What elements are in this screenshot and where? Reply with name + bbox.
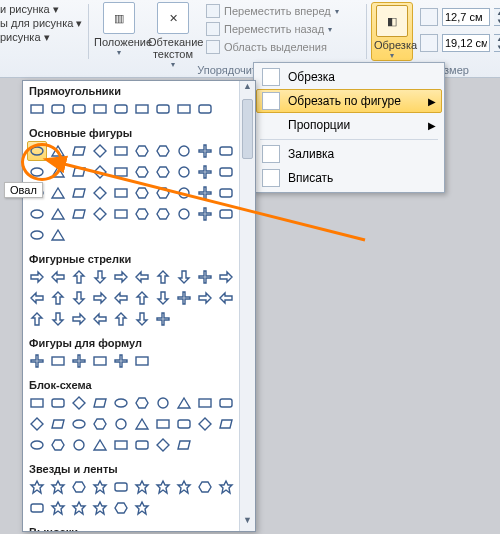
shape-basic-35[interactable] [132,204,152,224]
shape-arrows-9[interactable] [216,267,236,287]
shape-flow-19[interactable] [216,414,236,434]
shape-basic-8[interactable] [195,141,215,161]
shape-basic-40[interactable] [27,225,47,245]
shape-flow-14[interactable] [111,414,131,434]
shape-basic-29[interactable] [216,183,236,203]
shape-basic-25[interactable] [132,183,152,203]
shape-arrows-17[interactable] [174,288,194,308]
shape-formula-0[interactable] [27,351,47,371]
shape-basic-41[interactable] [48,225,68,245]
shape-basic-24[interactable] [111,183,131,203]
shape-stars-0[interactable] [27,477,47,497]
shape-arrows-3[interactable] [90,267,110,287]
shape-basic-22[interactable] [69,183,89,203]
shape-arrows-0[interactable] [27,267,47,287]
shape-basic-7[interactable] [174,141,194,161]
shape-basic-16[interactable] [153,162,173,182]
shape-formula-4[interactable] [111,351,131,371]
text-wrap-button[interactable]: ✕ Обтекание текстом ▾ [148,2,198,69]
shape-basic-3[interactable] [90,141,110,161]
shape-arrows-26[interactable] [153,309,173,329]
shape-basic-15[interactable] [132,162,152,182]
shape-flow-13[interactable] [90,414,110,434]
shape-stars-1[interactable] [48,477,68,497]
align-button[interactable] [338,4,354,20]
shape-basic-10[interactable] [27,162,47,182]
shape-arrows-5[interactable] [132,267,152,287]
shape-stars-8[interactable] [195,477,215,497]
shape-flow-9[interactable] [216,393,236,413]
shape-flow-16[interactable] [153,414,173,434]
shape-stars-3[interactable] [90,477,110,497]
shape-flow-27[interactable] [174,435,194,455]
shape-arrows-4[interactable] [111,267,131,287]
shape-flow-18[interactable] [195,414,215,434]
shape-basic-33[interactable] [90,204,110,224]
shape-flow-15[interactable] [132,414,152,434]
shape-stars-11[interactable] [48,498,68,518]
shape-formula-3[interactable] [90,351,110,371]
shape-basic-36[interactable] [153,204,173,224]
shape-rect-0[interactable] [27,99,47,119]
scrollbar[interactable]: ▲ ▼ [239,81,255,531]
shape-arrows-24[interactable] [111,309,131,329]
shape-flow-3[interactable] [90,393,110,413]
height-input[interactable] [442,8,490,26]
shape-basic-37[interactable] [174,204,194,224]
width-input[interactable] [442,34,490,52]
shape-flow-7[interactable] [174,393,194,413]
shape-basic-5[interactable] [132,141,152,161]
shape-arrows-19[interactable] [216,288,236,308]
bring-forward-button[interactable]: Переместить вперед▾ [206,4,339,18]
shape-flow-23[interactable] [90,435,110,455]
shape-arrows-7[interactable] [174,267,194,287]
shape-basic-4[interactable] [111,141,131,161]
shape-basic-27[interactable] [174,183,194,203]
shape-arrows-21[interactable] [48,309,68,329]
position-button[interactable]: ▥ Положение ▾ [94,2,144,57]
menu-fit[interactable]: Вписать [256,166,442,190]
shape-basic-18[interactable] [195,162,215,182]
shape-stars-14[interactable] [111,498,131,518]
shape-rect-2[interactable] [69,99,89,119]
shape-basic-13[interactable] [90,162,110,182]
shape-formula-1[interactable] [48,351,68,371]
shape-flow-24[interactable] [111,435,131,455]
shape-rect-7[interactable] [174,99,194,119]
shape-basic-30[interactable] [27,204,47,224]
shape-arrows-6[interactable] [153,267,173,287]
menu-fill[interactable]: Заливка [256,142,442,166]
shape-arrows-23[interactable] [90,309,110,329]
shape-arrows-16[interactable] [153,288,173,308]
shape-basic-31[interactable] [48,204,68,224]
shape-basic-19[interactable] [216,162,236,182]
shape-flow-11[interactable] [48,414,68,434]
shape-flow-26[interactable] [153,435,173,455]
shape-basic-39[interactable] [216,204,236,224]
shape-basic-34[interactable] [111,204,131,224]
shape-flow-20[interactable] [27,435,47,455]
shape-flow-10[interactable] [27,414,47,434]
shape-stars-13[interactable] [90,498,110,518]
shape-flow-5[interactable] [132,393,152,413]
shape-flow-2[interactable] [69,393,89,413]
shape-stars-7[interactable] [174,477,194,497]
shape-formula-2[interactable] [69,351,89,371]
shape-arrows-10[interactable] [27,288,47,308]
shape-arrows-11[interactable] [48,288,68,308]
shape-basic-38[interactable] [195,204,215,224]
menu-crop-to-shape[interactable]: Обрезать по фигуре ▶ [256,89,442,113]
width-stepper[interactable]: ▲▼ [494,34,500,52]
shape-stars-9[interactable] [216,477,236,497]
group-button[interactable] [338,22,354,38]
shape-formula-5[interactable] [132,351,152,371]
shape-flow-12[interactable] [69,414,89,434]
shape-stars-4[interactable] [111,477,131,497]
shape-flow-1[interactable] [48,393,68,413]
shape-rect-8[interactable] [195,99,215,119]
shape-stars-12[interactable] [69,498,89,518]
shape-stars-2[interactable] [69,477,89,497]
shape-flow-22[interactable] [69,435,89,455]
shape-oval[interactable] [27,141,47,161]
shape-arrows-8[interactable] [195,267,215,287]
